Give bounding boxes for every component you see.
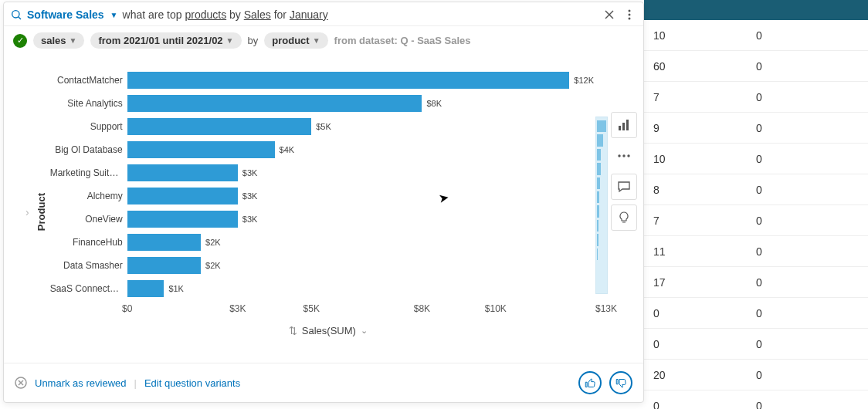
insight-button[interactable] [611, 204, 637, 231]
bar[interactable] [127, 188, 238, 204]
query-text[interactable]: what are top products by Sales for Janua… [123, 8, 597, 21]
query-segment: what are top [123, 8, 185, 21]
bar-track: $4K [127, 138, 606, 161]
svg-point-0 [12, 11, 19, 18]
x-axis-label-row[interactable]: ⇅ Sales(SUM) ⌄ [50, 319, 606, 340]
bar[interactable] [127, 211, 238, 228]
table-row[interactable]: 170 [644, 267, 868, 298]
bar-rows: ContactMatcher$12KSite Analytics$8KSuppo… [50, 69, 606, 300]
minimap-bar [597, 134, 603, 146]
close-button[interactable] [602, 7, 617, 22]
bar-value-label: $3K [242, 191, 258, 201]
bar-category-label: FinanceHub [50, 237, 127, 248]
chart-type-button[interactable] [611, 112, 637, 138]
table-row[interactable]: 70 [644, 205, 868, 236]
x-tick-label: $10K [485, 303, 507, 314]
bar-row[interactable]: ContactMatcher$12K [50, 69, 606, 92]
x-tick-label: $8K [414, 303, 430, 314]
bar-row[interactable]: Support$5K [50, 115, 606, 138]
table-row[interactable]: 100 [644, 20, 868, 51]
bar-row[interactable]: Big Ol Database$4K [50, 138, 606, 161]
more-icon [618, 154, 630, 157]
x-tick-label: $13K [595, 303, 617, 314]
table-row[interactable]: 600 [644, 51, 868, 82]
topic-name[interactable]: Software Sales [27, 8, 104, 21]
minimap-bar [597, 248, 598, 260]
bar[interactable] [127, 234, 201, 251]
table-cell: 7 [653, 215, 756, 227]
table-row[interactable]: 70 [644, 82, 868, 113]
bar[interactable] [127, 141, 275, 158]
unmark-reviewed-link[interactable]: Unmark as reviewed [35, 377, 127, 389]
table-cell: 0 [756, 276, 859, 289]
table-cell: 0 [756, 184, 859, 196]
table-row[interactable]: 00 [644, 390, 868, 409]
thumbs-up-button[interactable] [578, 371, 602, 394]
bar-chart-icon [618, 119, 630, 131]
table-row[interactable]: 00 [644, 329, 868, 360]
bar[interactable] [127, 72, 570, 89]
table-row[interactable]: 110 [644, 236, 868, 267]
expand-caret-icon[interactable]: › [25, 206, 32, 218]
bar[interactable] [127, 257, 201, 274]
feedback-button[interactable] [611, 174, 637, 200]
x-tick-label: $5K [303, 303, 320, 314]
bar[interactable] [127, 118, 312, 135]
kebab-icon [628, 9, 631, 20]
bar-category-label: ContactMatcher [50, 75, 127, 86]
minimap[interactable] [595, 117, 608, 294]
svg-line-1 [19, 17, 21, 19]
x-tick-label: $3K [229, 303, 246, 314]
table-cell: 20 [653, 369, 756, 381]
bar-category-label: Site Analytics [50, 98, 127, 109]
chevron-down-icon: ▼ [313, 36, 320, 45]
edit-variants-link[interactable]: Edit question variants [144, 377, 240, 389]
svg-point-12 [627, 154, 629, 157]
query-token-january: January [290, 8, 328, 21]
by-label: by [248, 35, 259, 46]
bar-row[interactable]: Data Smasher$2K [50, 254, 606, 277]
chip-measure[interactable]: sales▼ [33, 32, 84, 49]
table-cell: 7 [653, 91, 756, 103]
bar-row[interactable]: SaaS Connector...$1K [50, 277, 606, 300]
bar-category-label: Marketing Suite ... [50, 167, 127, 178]
table-row[interactable]: 80 [644, 174, 868, 205]
bar-row[interactable]: FinanceHub$2K [50, 231, 606, 254]
bar[interactable] [127, 280, 164, 297]
chevron-down-icon: ▼ [70, 36, 77, 45]
svg-point-5 [629, 14, 631, 16]
chip-daterange[interactable]: from 2021/01 until 2021/02▼ [90, 32, 241, 49]
thumbs-down-button[interactable] [609, 371, 632, 394]
svg-rect-7 [619, 126, 621, 130]
bar[interactable] [127, 95, 422, 112]
x-axis: $0$3K$5K$8K$10K$13K [127, 303, 606, 319]
close-icon [604, 9, 615, 20]
chip-dimension[interactable]: product▼ [264, 32, 327, 49]
svg-point-6 [629, 18, 631, 20]
bar-row[interactable]: OneView$3K [50, 208, 606, 231]
background-header [644, 0, 868, 20]
bar-value-label: $2K [205, 238, 221, 247]
bar[interactable] [127, 164, 238, 181]
bar-row[interactable]: Marketing Suite ...$3K [50, 161, 606, 184]
table-cell: 9 [653, 122, 756, 134]
bar-value-label: $5K [316, 122, 331, 131]
table-row[interactable]: 100 [644, 144, 868, 174]
query-segment: by [226, 8, 244, 21]
chip-label: product [272, 35, 309, 46]
table-cell: 0 [756, 153, 859, 165]
table-row[interactable]: 00 [644, 298, 868, 329]
table-cell: 0 [756, 400, 859, 410]
bar-row[interactable]: Site Analytics$8K [50, 92, 606, 115]
bar-category-label: Alchemy [50, 191, 127, 201]
topic-dropdown-icon[interactable]: ▼ [110, 11, 118, 19]
chart-toolbar [611, 112, 639, 231]
bar-track: $3K [127, 184, 606, 208]
y-axis-label: Product [32, 193, 50, 231]
bar-row[interactable]: Alchemy$3K [50, 184, 606, 208]
more-options-button[interactable] [611, 143, 637, 169]
table-row[interactable]: 90 [644, 113, 868, 144]
table-row[interactable]: 200 [644, 360, 868, 390]
kebab-menu-button[interactable] [622, 7, 637, 22]
minimap-bar [597, 177, 600, 189]
